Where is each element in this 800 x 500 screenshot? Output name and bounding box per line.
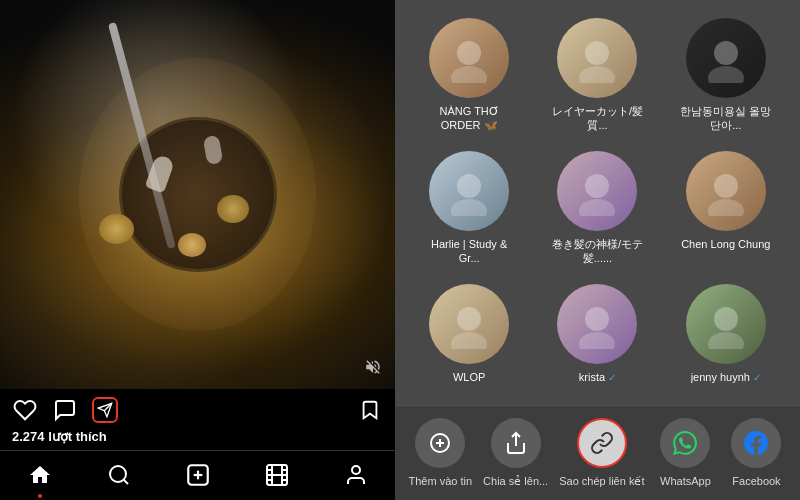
share-up-icon: [491, 418, 541, 468]
user-name: レイヤーカット/髪質...: [547, 104, 647, 133]
nav-profile[interactable]: [341, 460, 371, 490]
svg-point-29: [451, 332, 487, 349]
bookmark-icon[interactable]: [357, 397, 383, 423]
copy-link-icon: [577, 418, 627, 468]
svg-point-20: [714, 41, 738, 65]
list-item[interactable]: Harlie | Study & Gr...: [405, 143, 533, 276]
whatsapp-icon: [660, 418, 710, 468]
facebook-label: Facebook: [732, 474, 780, 488]
avatar: [429, 18, 509, 98]
bottom-nav: [0, 450, 395, 500]
nav-home[interactable]: [25, 460, 55, 490]
svg-point-21: [708, 66, 744, 83]
svg-point-15: [352, 466, 360, 474]
user-name: WLOP: [453, 370, 485, 384]
svg-point-22: [457, 174, 481, 198]
avatar: [686, 151, 766, 231]
nav-add[interactable]: [183, 460, 213, 490]
user-name: 한남동미용실 올망 단아...: [676, 104, 776, 133]
verified-badge: ✓: [608, 372, 616, 383]
svg-point-18: [585, 41, 609, 65]
comment-icon[interactable]: [52, 397, 78, 423]
list-item[interactable]: Chen Long Chung: [662, 143, 790, 276]
likes-count: 2.274 lượt thích: [0, 427, 395, 450]
list-item[interactable]: WLOP: [405, 276, 533, 395]
facebook-icon: [731, 418, 781, 468]
list-item[interactable]: krista ✓: [533, 276, 661, 395]
add-to-story-button[interactable]: Thêm vào tin: [409, 418, 473, 488]
svg-point-32: [714, 307, 738, 331]
list-item[interactable]: レイヤーカット/髪質...: [533, 10, 661, 143]
user-name: jenny huynh ✓: [691, 370, 761, 384]
post-image: [0, 0, 395, 389]
post-panel: 2.274 lượt thích: [0, 0, 395, 500]
svg-point-30: [585, 307, 609, 331]
copy-link-button[interactable]: Sao chép liên kết: [559, 418, 644, 488]
svg-line-3: [123, 479, 127, 483]
copy-link-label: Sao chép liên kết: [559, 474, 644, 488]
svg-point-27: [708, 199, 744, 216]
users-grid: NÀNG THƠ ORDER 🦋 レイヤーカット/髪質... 한남동미용실 올망…: [395, 0, 800, 405]
share-icon[interactable]: [92, 397, 118, 423]
share-to-button[interactable]: Chia sẻ lên...: [483, 418, 548, 488]
svg-point-16: [457, 41, 481, 65]
avatar: [557, 151, 637, 231]
avatar: [686, 18, 766, 98]
user-name: Chen Long Chung: [681, 237, 770, 251]
svg-point-24: [585, 174, 609, 198]
avatar: [429, 284, 509, 364]
post-actions: [0, 389, 395, 427]
facebook-button[interactable]: Facebook: [726, 418, 786, 488]
svg-point-31: [579, 332, 615, 349]
whatsapp-button[interactable]: WhatsApp: [655, 418, 715, 488]
svg-point-2: [110, 466, 126, 482]
user-name: 巻き髪の神様/モテ髪......: [547, 237, 647, 266]
avatar: [429, 151, 509, 231]
right-panel: NÀNG THƠ ORDER 🦋 レイヤーカット/髪質... 한남동미용실 올망…: [395, 0, 800, 500]
list-item[interactable]: NÀNG THƠ ORDER 🦋: [405, 10, 533, 143]
list-item[interactable]: 한남동미용실 올망 단아...: [662, 10, 790, 143]
avatar: [557, 18, 637, 98]
avatar: [557, 284, 637, 364]
nav-reels[interactable]: [262, 460, 292, 490]
user-name: NÀNG THƠ ORDER 🦋: [419, 104, 519, 133]
svg-point-28: [457, 307, 481, 331]
svg-point-26: [714, 174, 738, 198]
avatar: [686, 284, 766, 364]
list-item[interactable]: jenny huynh ✓: [662, 276, 790, 395]
verified-badge: ✓: [753, 372, 761, 383]
svg-point-25: [579, 199, 615, 216]
svg-point-19: [579, 66, 615, 83]
svg-point-17: [451, 66, 487, 83]
user-name: krista ✓: [579, 370, 616, 384]
whatsapp-label: WhatsApp: [660, 474, 711, 488]
add-story-label: Thêm vào tin: [409, 474, 473, 488]
list-item[interactable]: 巻き髪の神様/モテ髪......: [533, 143, 661, 276]
mute-icon[interactable]: [361, 355, 385, 379]
svg-point-23: [451, 199, 487, 216]
like-icon[interactable]: [12, 397, 38, 423]
share-to-label: Chia sẻ lên...: [483, 474, 548, 488]
svg-point-33: [708, 332, 744, 349]
user-name: Harlie | Study & Gr...: [419, 237, 519, 266]
nav-search[interactable]: [104, 460, 134, 490]
add-story-icon: [415, 418, 465, 468]
share-actions: Thêm vào tin Chia sẻ lên... Sao chép liê…: [395, 405, 800, 500]
